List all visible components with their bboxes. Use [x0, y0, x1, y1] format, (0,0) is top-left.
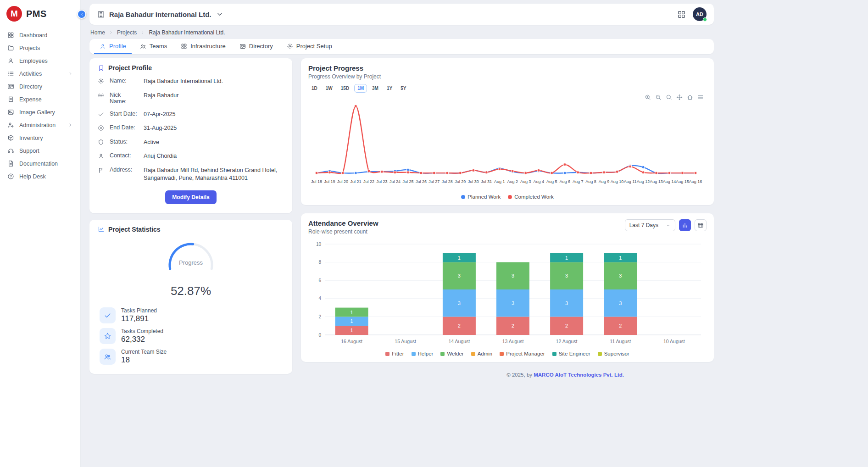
sidebar-item-activities[interactable]: Activities — [0, 67, 80, 80]
attendance-controls: Last 7 Days — [625, 219, 707, 231]
field-label: Name: — [110, 78, 138, 84]
project-statistics-card: Project Statistics Progress 52.87% Tasks… — [89, 220, 292, 374]
range-1w-button[interactable]: 1W — [323, 84, 336, 93]
online-status-dot — [703, 17, 707, 22]
avatar[interactable]: AD — [693, 7, 707, 21]
footer-link[interactable]: MARCO AIoT Technologies Pvt. Ltd. — [534, 372, 624, 378]
legend-planned-work[interactable]: Planned Work — [461, 194, 501, 200]
chevron-down-icon — [666, 223, 671, 228]
stat-value: 62,332 — [121, 335, 163, 344]
range-15d-button[interactable]: 15D — [338, 84, 352, 93]
stat-text: Tasks Completed62,332 — [121, 328, 163, 344]
chevron-down-icon — [216, 10, 224, 18]
svg-text:10 August: 10 August — [663, 339, 685, 344]
sidebar-item-label: Employees — [19, 58, 48, 64]
svg-text:Aug 4: Aug 4 — [533, 179, 544, 184]
menu-tool-icon[interactable] — [697, 94, 704, 100]
svg-text:3: 3 — [512, 273, 514, 278]
zoom-in-tool-icon[interactable] — [645, 94, 651, 100]
range-3m-button[interactable]: 3M — [369, 84, 382, 93]
legend-label: Project Manager — [506, 351, 545, 356]
chevron-right-icon — [140, 30, 145, 35]
field-label: Address: — [110, 167, 138, 173]
team-icon — [100, 349, 116, 365]
breadcrumb-item-projects[interactable]: Projects — [117, 29, 137, 36]
range-5y-button[interactable]: 5Y — [397, 84, 409, 93]
svg-text:Jul 31: Jul 31 — [481, 179, 492, 184]
home-tool-icon[interactable] — [687, 94, 693, 100]
legend-admin[interactable]: Admin — [471, 351, 493, 356]
stats-list: Tasks Planned117,891Tasks Completed62,33… — [98, 307, 284, 365]
attendance-header: Attendance Overview Role-wise present co… — [308, 219, 707, 235]
table-view-button[interactable] — [695, 219, 707, 231]
date-filter-value: Last 7 Days — [629, 222, 658, 228]
tab-directory[interactable]: Directory — [234, 39, 278, 54]
sidebar-item-support[interactable]: Support — [0, 145, 80, 157]
sidebar-item-directory[interactable]: Directory — [0, 80, 80, 93]
range-1y-button[interactable]: 1Y — [384, 84, 395, 93]
profile-field-address: Address:Raja Bahadur Mill Rd, behind She… — [98, 167, 284, 183]
sidebar-item-label: Expense — [19, 96, 42, 103]
svg-text:Jul 29: Jul 29 — [455, 179, 466, 184]
legend-label: Helper — [418, 351, 434, 356]
attendance-subtitle: Role-wise present count — [308, 228, 378, 235]
svg-text:Jul 27: Jul 27 — [428, 179, 440, 184]
apps-grid-icon[interactable] — [677, 10, 686, 19]
svg-text:Jul 23: Jul 23 — [376, 179, 387, 184]
breadcrumb-item-home[interactable]: Home — [90, 29, 105, 36]
sidebar-item-employees[interactable]: Employees — [0, 55, 80, 67]
top-header: Raja Bahadur International Ltd. AD — [89, 4, 714, 25]
tab-label: Directory — [249, 43, 273, 50]
legend-project-manager[interactable]: Project Manager — [500, 351, 545, 356]
stat-current-team-size: Current Team Size18 — [100, 349, 284, 365]
svg-text:6: 6 — [318, 278, 321, 283]
pan-tool-icon[interactable] — [676, 94, 683, 100]
circle-x-icon — [98, 125, 104, 131]
tab-teams[interactable]: Teams — [134, 39, 172, 54]
sidebar: M PMS DashboardProjectsEmployeesActiviti… — [0, 0, 81, 467]
sidebar-item-expense[interactable]: Expense — [0, 93, 80, 106]
tab-project-setup[interactable]: Project Setup — [281, 39, 338, 54]
chevron-left-icon — [80, 12, 84, 17]
svg-text:Aug 2: Aug 2 — [507, 179, 518, 184]
company-selector[interactable]: Raja Bahadur International Ltd. — [97, 10, 224, 18]
magnifier-tool-icon[interactable] — [666, 94, 672, 100]
legend-swatch — [385, 352, 389, 356]
svg-text:Progress: Progress — [179, 259, 203, 266]
range-1d-button[interactable]: 1D — [308, 84, 321, 93]
zoom-out-tool-icon[interactable] — [655, 94, 662, 100]
date-filter-select[interactable]: Last 7 Days — [625, 219, 675, 231]
sidebar-collapse-button[interactable] — [77, 10, 86, 19]
sidebar-item-documentation[interactable]: Documentation — [0, 157, 80, 170]
bar-view-button[interactable] — [679, 219, 691, 231]
sidebar-item-administration[interactable]: Administration — [0, 119, 80, 131]
sidebar-item-inventory[interactable]: Inventory — [0, 132, 80, 144]
signal-icon — [98, 92, 104, 99]
field-label: Status: — [110, 139, 138, 145]
modify-details-button[interactable]: Modify Details — [165, 190, 216, 204]
legend-fitter[interactable]: Fitter — [385, 351, 404, 356]
sidebar-item-dashboard[interactable]: Dashboard — [0, 29, 80, 41]
stat-text: Tasks Planned117,891 — [121, 307, 157, 323]
sidebar-item-image-gallery[interactable]: Image Gallery — [0, 106, 80, 118]
legend-welder[interactable]: Welder — [440, 351, 463, 356]
doc-icon — [7, 160, 14, 167]
brand[interactable]: M PMS — [0, 0, 80, 28]
tab-profile[interactable]: Profile — [94, 39, 132, 54]
tab-label: Project Setup — [296, 43, 332, 50]
svg-text:3: 3 — [619, 300, 622, 306]
table-icon — [697, 222, 704, 228]
legend-completed-work[interactable]: Completed Work — [508, 194, 553, 200]
sidebar-item-label: Help Desk — [19, 173, 46, 180]
legend-helper[interactable]: Helper — [412, 351, 434, 356]
range-1m-button[interactable]: 1M — [354, 84, 367, 93]
tab-infrastructure[interactable]: Infrastructure — [175, 39, 231, 54]
sidebar-item-help-desk[interactable]: Help Desk — [0, 170, 80, 183]
app-root: M PMS DashboardProjectsEmployeesActiviti… — [0, 0, 868, 380]
main-content: Raja Bahadur International Ltd. AD HomeP… — [81, 0, 714, 380]
profile-field-start-date: Start Date:07-Apr-2025 — [98, 111, 284, 119]
legend-supervisor[interactable]: Supervisor — [598, 351, 629, 356]
sidebar-item-projects[interactable]: Projects — [0, 42, 80, 54]
svg-text:Jul 20: Jul 20 — [337, 179, 348, 184]
legend-site-engineer[interactable]: Site Engineer — [552, 351, 590, 356]
